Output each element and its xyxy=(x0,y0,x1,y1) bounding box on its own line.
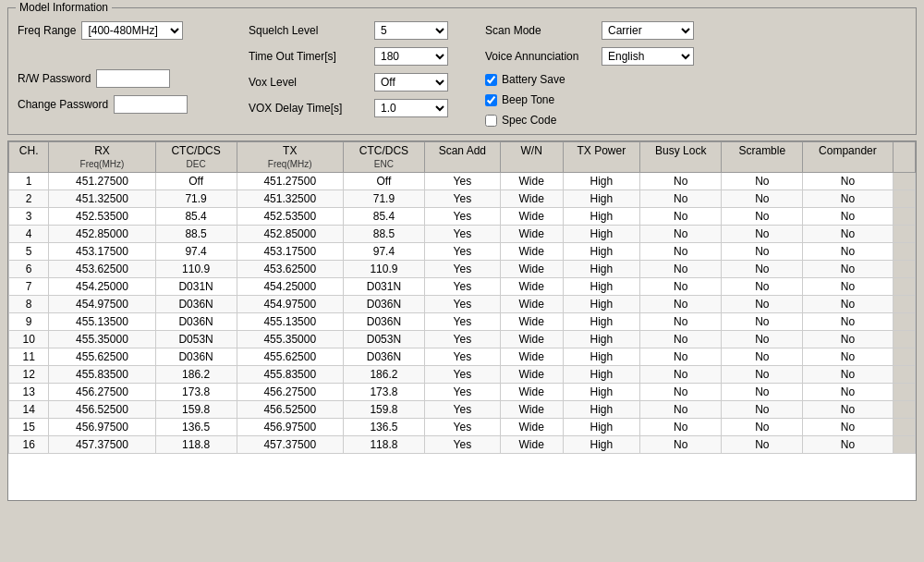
col-scramble: Scramble xyxy=(722,142,803,173)
table-cell: 110.9 xyxy=(155,261,237,278)
table-cell: Wide xyxy=(500,226,563,243)
table-cell: No xyxy=(803,313,893,331)
battery-save-row: Battery Save xyxy=(485,73,694,86)
table-cell: 455.62500 xyxy=(49,348,155,366)
table-cell: 456.27500 xyxy=(49,384,155,401)
table-cell: Wide xyxy=(500,313,563,331)
table-cell: Yes xyxy=(424,261,500,278)
table-cell: No xyxy=(722,401,803,419)
table-cell: No xyxy=(803,331,893,348)
table-cell: Yes xyxy=(424,348,500,366)
table-cell: Yes xyxy=(424,401,500,419)
table-cell: No xyxy=(640,261,722,278)
table-cell: No xyxy=(640,278,722,296)
table-cell: 13 xyxy=(9,384,49,401)
scrollbar-cell xyxy=(893,278,915,296)
table-cell: High xyxy=(563,278,640,296)
table-row: 9455.13500D036N455.13500D036NYesWideHigh… xyxy=(9,313,916,331)
scan-mode-row: Scan Mode CarrierTimeSearch xyxy=(485,21,694,40)
rw-password-input[interactable] xyxy=(96,69,170,88)
spec-code-checkbox[interactable] xyxy=(485,115,497,127)
scan-mode-select[interactable]: CarrierTimeSearch xyxy=(602,21,694,40)
table-cell: Wide xyxy=(500,384,563,401)
table-cell: 455.83500 xyxy=(237,366,343,384)
col-ch: CH. xyxy=(9,142,49,173)
scrollbar-cell xyxy=(893,436,915,454)
table-cell: 452.53500 xyxy=(49,208,155,226)
table-cell: 455.13500 xyxy=(49,313,155,331)
channel-table: CH. RXFreq(MHz) CTC/DCSDEC TXFreq(MHz) C… xyxy=(8,141,916,454)
freq-range-row: Freq Range [400-480MHz][136-174MHz][450-… xyxy=(18,21,221,40)
table-cell: Yes xyxy=(424,366,500,384)
col-ctcdcs-enc: CTC/DCSENC xyxy=(343,142,424,173)
scrollbar-cell xyxy=(893,331,915,348)
table-cell: High xyxy=(563,348,640,366)
table-cell: 456.97500 xyxy=(237,419,343,436)
change-password-input[interactable] xyxy=(114,95,188,114)
table-cell: 12 xyxy=(9,366,49,384)
channel-table-container: CH. RXFreq(MHz) CTC/DCSDEC TXFreq(MHz) C… xyxy=(7,140,917,501)
table-cell: 110.9 xyxy=(343,261,424,278)
table-cell: No xyxy=(640,401,722,419)
freq-range-select[interactable]: [400-480MHz][136-174MHz][450-520MHz] xyxy=(81,21,183,40)
freq-range-label: Freq Range xyxy=(18,24,76,37)
table-cell: No xyxy=(722,313,803,331)
table-row: 3452.5350085.4452.5350085.4YesWideHighNo… xyxy=(9,208,916,226)
table-cell: Wide xyxy=(500,366,563,384)
table-cell: D031N xyxy=(343,278,424,296)
squelch-select[interactable]: 123456789 xyxy=(374,21,448,40)
table-cell: 186.2 xyxy=(343,366,424,384)
change-password-label: Change Password xyxy=(18,98,108,111)
table-cell: D036N xyxy=(343,348,424,366)
table-cell: No xyxy=(803,384,893,401)
beep-tone-checkbox[interactable] xyxy=(485,94,497,106)
table-cell: 452.85000 xyxy=(49,226,155,243)
table-cell: 85.4 xyxy=(155,208,237,226)
table-cell: Wide xyxy=(500,278,563,296)
table-cell: No xyxy=(803,419,893,436)
table-cell: Yes xyxy=(424,331,500,348)
table-cell: D053N xyxy=(155,331,237,348)
tot-select[interactable]: Off306090120180210240 xyxy=(374,47,448,66)
rw-password-label: R/W Password xyxy=(18,72,91,85)
table-cell: No xyxy=(640,331,722,348)
table-row: 5453.1750097.4453.1750097.4YesWideHighNo… xyxy=(9,243,916,261)
table-cell: Off xyxy=(343,173,424,190)
scrollbar-cell xyxy=(893,208,915,226)
scrollbar-cell xyxy=(893,348,915,366)
scrollbar-cell xyxy=(893,313,915,331)
vox-delay-label: VOX Delay Time[s] xyxy=(249,102,369,115)
voice-ann-select[interactable]: OffEnglishChinese xyxy=(602,47,694,66)
table-cell: Wide xyxy=(500,208,563,226)
col-busy-lock: Busy Lock xyxy=(640,142,722,173)
scrollbar-cell xyxy=(893,226,915,243)
table-cell: Yes xyxy=(424,190,500,208)
table-cell: 455.62500 xyxy=(237,348,343,366)
scrollbar-cell xyxy=(893,261,915,278)
table-cell: High xyxy=(563,419,640,436)
table-cell: 85.4 xyxy=(343,208,424,226)
col-ctcdcs-dec: CTC/DCSDEC xyxy=(155,142,237,173)
battery-save-checkbox[interactable] xyxy=(485,74,497,86)
table-cell: D053N xyxy=(343,331,424,348)
scrollbar-cell xyxy=(893,243,915,261)
vox-delay-select[interactable]: 0.51.01.52.02.53.0 xyxy=(374,99,448,117)
scrollbar-cell xyxy=(893,173,915,190)
table-cell: High xyxy=(563,226,640,243)
table-cell: Off xyxy=(155,173,237,190)
vox-row: Vox Level Off123456789 xyxy=(249,73,448,92)
main-container: Model Information Freq Range [400-480MHz… xyxy=(0,0,924,508)
table-cell: 14 xyxy=(9,401,49,419)
table-cell: 16 xyxy=(9,436,49,454)
vox-label: Vox Level xyxy=(249,76,369,89)
table-row: 8454.97500D036N454.97500D036NYesWideHigh… xyxy=(9,296,916,313)
table-cell: 186.2 xyxy=(155,366,237,384)
table-cell: Wide xyxy=(500,419,563,436)
table-row: 6453.62500110.9453.62500110.9YesWideHigh… xyxy=(9,261,916,278)
vox-select[interactable]: Off123456789 xyxy=(374,73,448,92)
table-cell: No xyxy=(640,226,722,243)
table-cell: No xyxy=(640,436,722,454)
table-cell: 455.83500 xyxy=(49,366,155,384)
table-row: 4452.8500088.5452.8500088.5YesWideHighNo… xyxy=(9,226,916,243)
table-cell: 454.97500 xyxy=(49,296,155,313)
